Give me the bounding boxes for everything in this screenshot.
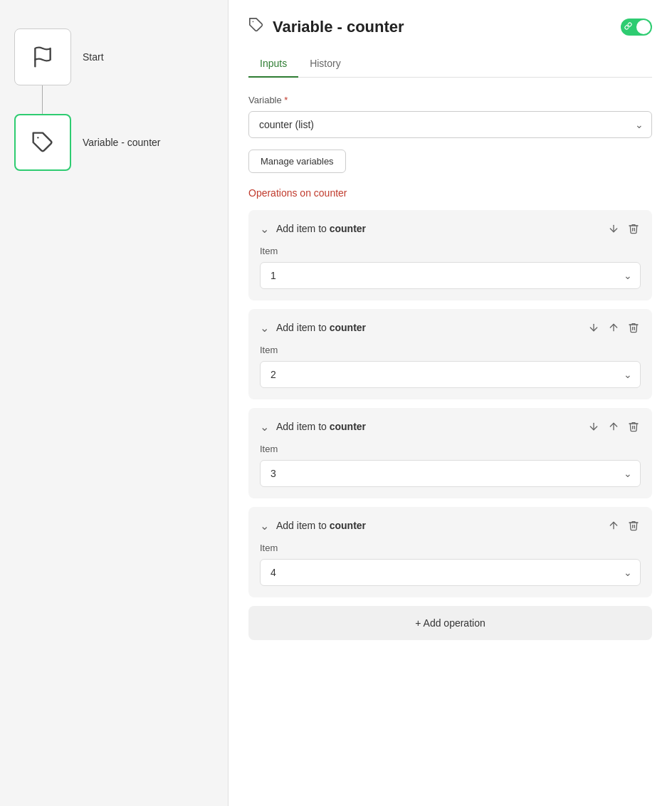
op-actions-2 <box>587 320 641 335</box>
op-item-select-3[interactable]: 3 <box>260 460 641 487</box>
enabled-toggle[interactable] <box>621 19 652 36</box>
panel-title: Variable - counter <box>273 18 404 36</box>
op-header-left-1: ⌄ Add item to counter <box>260 222 366 236</box>
op-select-wrapper-1: 1 ⌄ <box>260 262 641 289</box>
start-node-label: Start <box>83 51 104 63</box>
operations-section-title: Operations on counter <box>248 187 652 199</box>
op-actions-3 <box>587 419 641 434</box>
op-header-2: ⌄ Add item to counter <box>260 320 641 335</box>
op-actions-1 <box>607 221 641 236</box>
op-delete-button-2[interactable] <box>626 320 641 335</box>
op-header-3: ⌄ Add item to counter <box>260 419 641 434</box>
variable-counter-node-row: Variable - counter <box>14 114 160 171</box>
op-move-up-button-4[interactable] <box>607 518 621 533</box>
operation-card-3: ⌄ Add item to counter Item <box>248 408 652 498</box>
start-node-box[interactable] <box>14 28 71 85</box>
op-item-select-4[interactable]: 4 <box>260 559 641 586</box>
op-field-label-4: Item <box>260 543 641 553</box>
variable-counter-node-label: Variable - counter <box>83 137 160 148</box>
variable-field: Variable * counter (list) ⌄ <box>248 95 652 138</box>
op-item-select-2[interactable]: 2 <box>260 361 641 388</box>
op-move-up-button-3[interactable] <box>607 419 621 434</box>
op-title-2: Add item to counter <box>276 322 366 333</box>
tab-inputs[interactable]: Inputs <box>248 51 298 78</box>
op-delete-button-4[interactable] <box>626 518 641 533</box>
op-chevron-icon-4[interactable]: ⌄ <box>260 519 269 533</box>
manage-variables-button[interactable]: Manage variables <box>248 150 346 173</box>
operation-card-2: ⌄ Add item to counter Item <box>248 309 652 399</box>
op-title-4: Add item to counter <box>276 520 366 531</box>
op-chevron-icon-3[interactable]: ⌄ <box>260 420 269 434</box>
op-move-down-button-3[interactable] <box>587 419 601 434</box>
op-actions-4 <box>607 518 641 533</box>
op-header-left-3: ⌄ Add item to counter <box>260 420 366 434</box>
op-delete-button-3[interactable] <box>626 419 641 434</box>
operation-card-1: ⌄ Add item to counter Item 1 ⌄ <box>248 210 652 300</box>
panel-header: Variable - counter <box>248 17 652 36</box>
required-marker: * <box>284 95 288 105</box>
variable-select-wrapper: counter (list) ⌄ <box>248 111 652 138</box>
op-item-select-1[interactable]: 1 <box>260 262 641 289</box>
operation-card-4: ⌄ Add item to counter Item 4 ⌄ <box>248 507 652 597</box>
link-icon <box>624 22 632 31</box>
op-chevron-icon-2[interactable]: ⌄ <box>260 321 269 335</box>
left-panel: Start Variable - counter <box>0 0 228 806</box>
add-operation-button[interactable]: + Add operation <box>248 606 652 640</box>
connector-line <box>42 85 43 114</box>
tag-icon <box>248 17 264 36</box>
variable-label: Variable * <box>248 95 652 105</box>
op-field-label-1: Item <box>260 246 641 256</box>
op-move-up-button-2[interactable] <box>607 320 621 335</box>
op-title-1: Add item to counter <box>276 223 366 234</box>
op-move-down-button-2[interactable] <box>587 320 601 335</box>
toggle-knob <box>636 20 651 34</box>
op-select-wrapper-2: 2 ⌄ <box>260 361 641 388</box>
op-move-down-button-1[interactable] <box>607 221 621 236</box>
op-select-wrapper-4: 4 ⌄ <box>260 559 641 586</box>
right-panel: Variable - counter Inputs History Variab… <box>228 0 672 806</box>
op-header-1: ⌄ Add item to counter <box>260 221 641 236</box>
tab-history[interactable]: History <box>298 51 352 78</box>
op-header-left-4: ⌄ Add item to counter <box>260 519 366 533</box>
op-chevron-icon-1[interactable]: ⌄ <box>260 222 269 236</box>
op-field-label-2: Item <box>260 345 641 355</box>
op-header-4: ⌄ Add item to counter <box>260 518 641 533</box>
op-title-3: Add item to counter <box>276 421 366 432</box>
variable-select[interactable]: counter (list) <box>248 111 652 138</box>
header-left: Variable - counter <box>248 17 404 36</box>
op-header-left-2: ⌄ Add item to counter <box>260 321 366 335</box>
variable-counter-node-box[interactable] <box>14 114 71 171</box>
tabs-bar: Inputs History <box>248 51 652 78</box>
op-delete-button-1[interactable] <box>626 221 641 236</box>
start-node-row: Start <box>14 28 104 85</box>
op-select-wrapper-3: 3 ⌄ <box>260 460 641 487</box>
op-field-label-3: Item <box>260 444 641 454</box>
operations-list: ⌄ Add item to counter Item 1 ⌄ <box>248 210 652 597</box>
